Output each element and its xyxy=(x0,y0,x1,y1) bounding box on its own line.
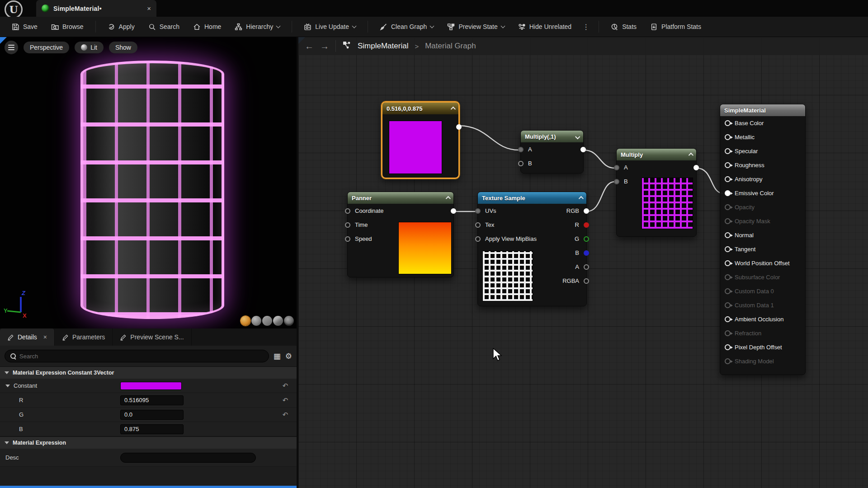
browse-button[interactable]: Browse xyxy=(47,20,88,33)
asset-tab-simplematerial[interactable]: SimpleMaterial• × xyxy=(36,0,156,17)
multiply1-input-b-pin[interactable] xyxy=(518,161,524,166)
graph-header: ← → SimpleMaterial > Material Graph xyxy=(298,37,868,55)
multiply1-input-a-pin[interactable] xyxy=(518,147,524,152)
r-value-field[interactable] xyxy=(120,395,184,405)
material-pin-tangent[interactable]: Tangent xyxy=(720,242,805,256)
preview-viewport[interactable]: Perspective Lit Show Z Y X xyxy=(0,37,297,328)
home-button[interactable]: Home xyxy=(189,20,226,33)
perspective-button[interactable]: Perspective xyxy=(24,42,69,53)
chevron-up-icon[interactable] xyxy=(579,196,584,201)
tab-preview-scene-settings[interactable]: Preview Scene S... xyxy=(113,328,191,346)
mesh-plane-button[interactable] xyxy=(262,316,272,326)
preview-state-button[interactable]: Preview State xyxy=(443,20,509,33)
live-update-button[interactable]: Live Update xyxy=(299,20,360,33)
texture-output-rgb-pin[interactable] xyxy=(584,208,589,214)
grid-view-icon[interactable]: ▦ xyxy=(274,352,281,361)
panner-input-coordinate-pin[interactable] xyxy=(345,208,350,214)
material-pin-base-color[interactable]: Base Color xyxy=(720,116,805,130)
multiply2-output-pin[interactable] xyxy=(693,165,699,170)
material-pin-roughness[interactable]: Roughness xyxy=(720,158,805,172)
mesh-sphere-button[interactable] xyxy=(251,316,261,326)
apply-button[interactable]: Apply xyxy=(103,20,139,33)
material-pin-world-position-offset[interactable]: World Position Offset xyxy=(720,256,805,270)
texture-output-r-pin[interactable] xyxy=(584,222,589,228)
texture-input-uvs-pin[interactable] xyxy=(475,208,481,214)
hide-unrelated-button[interactable]: Hide Unrelated xyxy=(514,20,576,33)
toolbar-overflow-button[interactable]: ⋮ xyxy=(580,23,591,31)
material-pin-emissive-color[interactable]: Emissive Color xyxy=(720,186,805,200)
texture-output-rgba-pin[interactable] xyxy=(584,278,589,284)
close-icon[interactable]: × xyxy=(147,5,151,12)
material-pin-ambient-occlusion[interactable]: Ambient Occlusion xyxy=(720,312,805,326)
hierarchy-button[interactable]: Hierarchy xyxy=(230,20,284,33)
texture-output-b-pin[interactable] xyxy=(584,250,589,256)
constant-output-pin[interactable] xyxy=(456,124,462,130)
node-panner[interactable]: Panner Coordinate Time Speed xyxy=(347,192,454,277)
texture-output-a-pin[interactable] xyxy=(584,264,589,270)
chevron-up-icon[interactable] xyxy=(446,196,451,201)
texture-output-g-pin[interactable] xyxy=(584,236,589,242)
chevron-down-icon[interactable] xyxy=(575,134,580,139)
clean-graph-button[interactable]: Clean Graph xyxy=(375,20,438,33)
constant-color-preview xyxy=(389,121,442,174)
search-button[interactable]: Search xyxy=(144,20,184,33)
texture-input-mipbias-pin[interactable] xyxy=(475,236,481,242)
node-multiply-1[interactable]: Multiply(,1) A B xyxy=(520,130,584,174)
panner-output-pin[interactable] xyxy=(451,208,456,214)
chevron-up-icon[interactable] xyxy=(689,153,693,158)
constant-label[interactable]: Constant xyxy=(0,382,120,389)
panner-input-speed-pin[interactable] xyxy=(345,236,350,242)
lit-mode-button[interactable]: Lit xyxy=(75,42,104,53)
node-multiply-2[interactable]: Multiply A B xyxy=(616,148,697,237)
material-pin-anisotropy[interactable]: Anisotropy xyxy=(720,172,805,186)
stats-button[interactable]: Stats xyxy=(606,20,641,33)
back-icon[interactable]: ← xyxy=(305,41,314,52)
search-input[interactable] xyxy=(19,353,263,360)
gear-icon[interactable]: ⚙ xyxy=(285,352,292,361)
forward-icon[interactable]: → xyxy=(320,41,329,52)
reset-g-button[interactable]: ↶ xyxy=(274,411,297,419)
material-pin-metallic[interactable]: Metallic xyxy=(720,130,805,144)
texture-input-tex-pin[interactable] xyxy=(475,222,481,228)
desc-field[interactable] xyxy=(120,453,256,463)
multiply2-input-a-pin[interactable] xyxy=(614,165,619,170)
mesh-cylinder-button[interactable] xyxy=(241,316,250,326)
material-graph-canvas[interactable]: ← → SimpleMaterial > Material Graph 0.51… xyxy=(298,37,868,488)
multiply1-output-pin[interactable] xyxy=(580,147,586,152)
g-value-field[interactable] xyxy=(120,410,184,420)
save-button[interactable]: Save xyxy=(7,20,42,33)
toolbar-separator xyxy=(95,21,96,33)
platform-stats-button[interactable]: Platform Stats xyxy=(646,20,706,33)
show-button[interactable]: Show xyxy=(109,42,137,53)
material-pin-opacity-mask: Opacity Mask xyxy=(720,214,805,228)
dirty-indicator: • xyxy=(99,5,102,12)
mesh-teapot-button[interactable] xyxy=(284,316,294,326)
tab-parameters[interactable]: Parameters xyxy=(55,328,113,346)
node-texture-sample[interactable]: Texture Sample UVs RGB Tex R Apply View … xyxy=(477,192,587,306)
toolbar-separator xyxy=(599,21,599,33)
unreal-logo-icon[interactable]: U xyxy=(5,0,23,19)
material-pin-normal[interactable]: Normal xyxy=(720,228,805,242)
b-value-field[interactable] xyxy=(120,424,184,434)
mesh-cube-button[interactable] xyxy=(273,316,283,326)
multiply2-input-b-pin[interactable] xyxy=(614,179,619,184)
node-simplematerial-result[interactable]: SimpleMaterial Base Color Metallic Specu… xyxy=(720,104,806,375)
constant-color-swatch[interactable] xyxy=(120,382,182,390)
node-constant3vector[interactable]: 0.516,0,0.875 xyxy=(381,101,460,179)
details-search-input[interactable] xyxy=(5,350,269,362)
reset-constant-button[interactable]: ↶ xyxy=(274,382,297,390)
section-material-expression-constant-3vector[interactable]: Material Expression Constant 3Vector xyxy=(0,366,297,379)
g-label: G xyxy=(0,411,120,418)
section-material-expression[interactable]: Material Expression xyxy=(0,436,297,449)
hierarchy-icon xyxy=(235,23,242,31)
material-pin-specular[interactable]: Specular xyxy=(720,144,805,158)
panner-input-time-pin[interactable] xyxy=(345,222,350,228)
breadcrumb-root[interactable]: SimpleMaterial xyxy=(358,42,408,51)
material-pin-pixel-depth-offset[interactable]: Pixel Depth Offset xyxy=(720,340,805,354)
tab-details[interactable]: Details × xyxy=(0,328,55,346)
close-icon[interactable]: × xyxy=(43,333,47,341)
chevron-up-icon[interactable] xyxy=(451,107,456,112)
breadcrumb-leaf[interactable]: Material Graph xyxy=(425,42,476,51)
reset-r-button[interactable]: ↶ xyxy=(274,396,297,404)
row-constant: Constant ↶ xyxy=(0,379,297,393)
